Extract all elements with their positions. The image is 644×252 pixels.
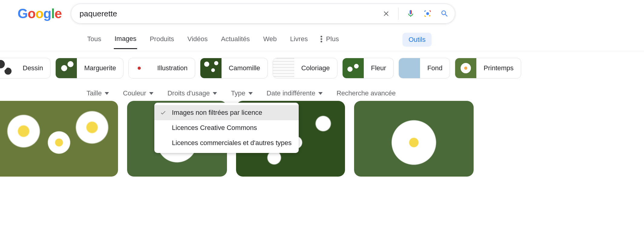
tab-more[interactable]: Plus — [320, 35, 339, 48]
chevron-down-icon — [318, 92, 323, 95]
advanced-search-link[interactable]: Recherche avancée — [337, 89, 396, 97]
tab-books[interactable]: Livres — [289, 35, 308, 48]
tab-videos[interactable]: Vidéos — [187, 35, 208, 48]
rights-dropdown: Images non filtrées par licence Licences… — [154, 103, 299, 153]
chip-label: Coloriage — [294, 64, 337, 72]
chip-thumb — [399, 58, 420, 78]
filter-size[interactable]: Taille — [87, 89, 109, 97]
chip-label: Fleur — [364, 64, 393, 72]
filter-label: Couleur — [123, 89, 146, 97]
filter-label: Droits d'usage — [167, 89, 210, 97]
chip-marguerite[interactable]: Marguerite — [55, 58, 123, 78]
results-row — [0, 100, 644, 177]
chip-thumb — [200, 58, 222, 78]
chip-label: Camomille — [222, 64, 268, 72]
dropdown-item-label: Images non filtrées par licence — [172, 109, 262, 117]
header: Google — [0, 0, 644, 24]
search-input[interactable] — [80, 9, 381, 18]
chip-printemps[interactable]: Printemps — [455, 58, 521, 78]
chip-fond[interactable]: Fond — [399, 58, 450, 78]
chip-thumb — [273, 58, 294, 78]
chevron-down-icon — [149, 92, 153, 95]
check-icon — [160, 110, 166, 116]
tab-more-label: Plus — [326, 35, 339, 43]
filter-date[interactable]: Date indifférente — [267, 89, 323, 97]
tabs-row: Tous Images Produits Vidéos Actualités W… — [0, 24, 644, 51]
chip-illustration[interactable]: Illustration — [128, 58, 195, 78]
tab-products[interactable]: Produits — [149, 35, 175, 48]
result-image[interactable] — [0, 101, 118, 177]
chip-label: Marguerite — [77, 64, 123, 72]
filter-label: Date indifférente — [267, 89, 315, 97]
google-logo[interactable]: Google — [18, 6, 62, 21]
search-icon[interactable] — [440, 9, 449, 18]
clear-icon[interactable] — [381, 9, 391, 18]
result-image[interactable] — [354, 101, 474, 177]
tab-all[interactable]: Tous — [87, 35, 102, 48]
tools-button[interactable]: Outils — [402, 33, 432, 47]
tab-web[interactable]: Web — [263, 35, 278, 48]
chip-label: Printemps — [476, 64, 521, 72]
chip-camomille[interactable]: Camomille — [200, 58, 268, 78]
chip-label: Fond — [420, 64, 450, 72]
divider — [398, 8, 399, 20]
chip-label: Illustration — [150, 64, 195, 72]
search-bar — [71, 4, 455, 24]
filters-row: Taille Couleur Droits d'usage Type Date … — [0, 78, 644, 100]
svg-point-0 — [426, 12, 429, 15]
chip-thumb — [0, 58, 15, 78]
dropdown-item-commercial[interactable]: Licences commerciales et d'autres types — [154, 135, 299, 151]
chevron-down-icon — [105, 92, 109, 95]
chip-coloriage[interactable]: Coloriage — [273, 58, 337, 78]
mic-icon[interactable] — [406, 9, 416, 18]
svg-point-2 — [320, 36, 322, 38]
svg-point-4 — [320, 41, 322, 43]
more-dots-icon — [320, 36, 322, 42]
svg-point-3 — [320, 38, 322, 40]
chip-label: Dessin — [15, 64, 50, 72]
search-bar-icons — [381, 8, 449, 20]
dropdown-item-cc[interactable]: Licences Creative Commons — [154, 120, 299, 135]
chip-dessin[interactable]: Dessin — [0, 58, 51, 78]
chevron-down-icon — [248, 92, 253, 95]
lens-icon[interactable] — [423, 9, 432, 18]
chip-fleur[interactable]: Fleur — [342, 58, 394, 78]
filter-rights[interactable]: Droits d'usage — [167, 89, 217, 97]
chip-thumb — [129, 58, 150, 78]
chevron-down-icon — [213, 92, 217, 95]
filter-label: Taille — [87, 89, 102, 97]
tab-images[interactable]: Images — [114, 35, 137, 49]
filter-label: Type — [231, 89, 245, 97]
filter-color[interactable]: Couleur — [123, 89, 153, 97]
dropdown-item-unfiltered[interactable]: Images non filtrées par licence — [154, 105, 299, 120]
svg-point-1 — [429, 15, 430, 17]
chip-thumb — [343, 58, 364, 78]
chip-thumb — [455, 58, 476, 78]
chips-row: Dessin Marguerite Illustration Camomille… — [0, 51, 644, 78]
chip-thumb — [56, 58, 77, 78]
filter-type[interactable]: Type — [231, 89, 253, 97]
tab-news[interactable]: Actualités — [220, 35, 250, 48]
dropdown-item-label: Licences commerciales et d'autres types — [172, 139, 291, 147]
dropdown-item-label: Licences Creative Commons — [172, 124, 257, 132]
